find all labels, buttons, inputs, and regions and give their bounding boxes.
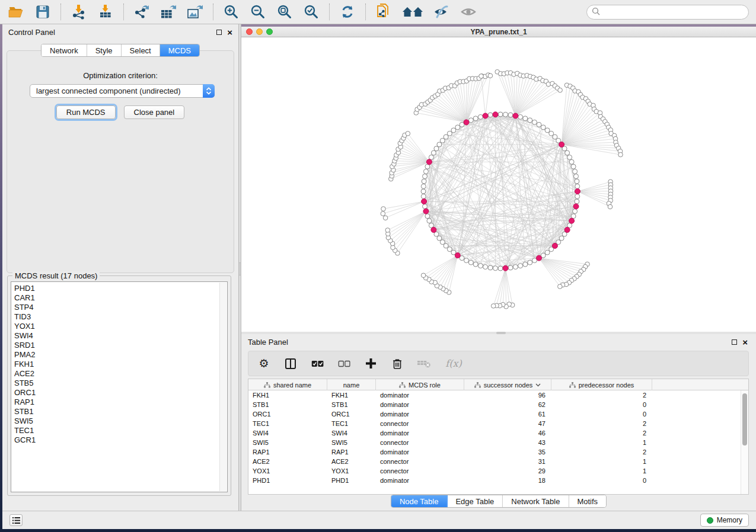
- column-visibility-icon[interactable]: [283, 357, 298, 371]
- table-cell[interactable]: ORC1: [248, 409, 327, 419]
- table-cell[interactable]: PHD1: [327, 476, 376, 485]
- zoom-fit-icon[interactable]: [276, 3, 294, 21]
- table-cell[interactable]: 0: [551, 400, 652, 409]
- network-canvas[interactable]: [241, 37, 756, 332]
- optimization-criterion-select[interactable]: largest connected component (undirected): [30, 84, 215, 98]
- table-row[interactable]: SWI4SWI4dominator462: [248, 428, 748, 438]
- zoom-out-icon[interactable]: [249, 3, 267, 21]
- tab-motifs[interactable]: Motifs: [569, 495, 606, 507]
- table-row[interactable]: FKH1FKH1dominator962: [248, 390, 748, 400]
- table-cell[interactable]: SWI4: [327, 428, 376, 438]
- open-session-icon[interactable]: [7, 3, 25, 21]
- close-panel-icon[interactable]: ×: [227, 30, 232, 35]
- table-cell[interactable]: SWI5: [327, 438, 376, 447]
- clone-network-icon[interactable]: [375, 3, 393, 21]
- table-row[interactable]: SWI5SWI5connector431: [248, 438, 748, 447]
- show-all-icon[interactable]: [460, 3, 477, 21]
- table-cell[interactable]: 2: [551, 419, 652, 428]
- table-cell[interactable]: 2: [551, 447, 652, 457]
- mcds-result-item[interactable]: GCR1: [14, 435, 227, 445]
- table-row[interactable]: YOX1YOX1connector291: [248, 466, 748, 476]
- export-network-icon[interactable]: [133, 3, 151, 21]
- search-input[interactable]: [604, 8, 744, 16]
- mcds-result-item[interactable]: SWI5: [14, 416, 227, 426]
- table-cell[interactable]: ACE2: [248, 457, 327, 466]
- mcds-result-item[interactable]: ORC1: [14, 388, 227, 398]
- table-cell[interactable]: YOX1: [327, 466, 376, 476]
- hide-selected-icon[interactable]: [433, 3, 451, 21]
- table-cell[interactable]: 0: [551, 476, 652, 485]
- column-header-predecessor-nodes[interactable]: predecessor nodes: [551, 379, 652, 390]
- import-table-icon[interactable]: [97, 3, 114, 21]
- zoom-in-icon[interactable]: [222, 3, 240, 21]
- function-builder-icon[interactable]: f(x): [444, 357, 464, 371]
- tab-network[interactable]: Network: [42, 44, 87, 56]
- save-session-icon[interactable]: [34, 3, 52, 21]
- table-row[interactable]: TEC1TEC1connector472: [248, 419, 748, 428]
- table-row[interactable]: ORC1ORC1dominator610: [248, 409, 748, 419]
- table-row[interactable]: STB1STB1dominator620: [248, 400, 748, 409]
- table-cell[interactable]: 18: [464, 476, 551, 485]
- table-cell[interactable]: SWI5: [248, 438, 327, 447]
- mcds-result-item[interactable]: STB1: [14, 407, 227, 416]
- table-cell[interactable]: 2: [551, 428, 652, 438]
- select-all-icon[interactable]: [310, 357, 324, 371]
- table-cell[interactable]: FKH1: [248, 390, 327, 400]
- table-cell[interactable]: 0: [551, 409, 652, 419]
- table-cell[interactable]: RAP1: [327, 447, 376, 457]
- run-mcds-button[interactable]: Run MCDS: [56, 105, 116, 119]
- table-row[interactable]: ACE2ACE2connector311: [248, 457, 748, 466]
- memory-button[interactable]: Memory: [700, 514, 749, 527]
- table-cell[interactable]: 47: [464, 419, 551, 428]
- column-header-MCDS-role[interactable]: MCDS role: [376, 379, 464, 390]
- import-network-icon[interactable]: [70, 3, 88, 21]
- mcds-result-item[interactable]: TEC1: [14, 426, 227, 435]
- table-cell[interactable]: dominator: [376, 409, 464, 419]
- float-panel-icon[interactable]: [732, 339, 737, 345]
- tab-mcds[interactable]: MCDS: [160, 44, 199, 56]
- settings-gear-icon[interactable]: ⚙: [257, 357, 271, 371]
- mcds-result-item[interactable]: PMA2: [14, 350, 227, 360]
- table-cell[interactable]: 31: [464, 457, 551, 466]
- mcds-result-item[interactable]: YOX1: [14, 322, 227, 331]
- table-cell[interactable]: TEC1: [327, 419, 376, 428]
- table-cell[interactable]: PHD1: [248, 476, 327, 485]
- mcds-result-item[interactable]: PHD1: [14, 284, 227, 293]
- network-window-titlebar[interactable]: YPA_prune.txt_1: [241, 27, 756, 37]
- mcds-result-item[interactable]: ACE2: [14, 369, 227, 379]
- table-cell[interactable]: dominator: [376, 428, 464, 438]
- table-cell[interactable]: ACE2: [327, 457, 376, 466]
- table-cell[interactable]: FKH1: [327, 390, 376, 400]
- table-cell[interactable]: dominator: [376, 447, 464, 457]
- tab-edge-table[interactable]: Edge Table: [447, 495, 503, 507]
- table-cell[interactable]: TEC1: [248, 419, 327, 428]
- table-cell[interactable]: dominator: [376, 400, 464, 409]
- column-header-name[interactable]: name: [327, 379, 376, 390]
- mcds-result-item[interactable]: SRD1: [14, 341, 227, 350]
- refresh-layout-icon[interactable]: [339, 3, 356, 21]
- close-panel-icon[interactable]: ×: [742, 339, 748, 345]
- table-cell[interactable]: connector: [376, 466, 464, 476]
- table-cell[interactable]: dominator: [376, 390, 464, 400]
- table-row[interactable]: PHD1PHD1dominator180: [248, 476, 748, 485]
- table-cell[interactable]: STB1: [327, 400, 376, 409]
- search-box[interactable]: [586, 5, 749, 20]
- table-cell[interactable]: ORC1: [327, 409, 376, 419]
- table-cell[interactable]: RAP1: [248, 447, 327, 457]
- table-cell[interactable]: 2: [551, 390, 652, 400]
- table-cell[interactable]: 1: [551, 438, 652, 447]
- column-header-successor-nodes[interactable]: successor nodes: [464, 379, 551, 390]
- mcds-result-item[interactable]: RAP1: [14, 398, 227, 407]
- mcds-result-list[interactable]: PHD1CAR1STP4TID3YOX1SWI4SRD1PMA2FKH1ACE2…: [11, 281, 228, 492]
- column-header-shared-name[interactable]: shared name: [248, 379, 327, 390]
- table-row[interactable]: RAP1RAP1dominator352: [248, 447, 748, 457]
- table-cell[interactable]: 29: [464, 466, 551, 476]
- table-cell[interactable]: STB1: [248, 400, 327, 409]
- mcds-result-item[interactable]: FKH1: [14, 360, 227, 369]
- table-cell[interactable]: dominator: [376, 476, 464, 485]
- table-cell[interactable]: 62: [464, 400, 551, 409]
- tab-select[interactable]: Select: [122, 44, 160, 56]
- table-cell[interactable]: 43: [464, 438, 551, 447]
- table-cell[interactable]: 96: [464, 390, 551, 400]
- table-cell[interactable]: connector: [376, 457, 464, 466]
